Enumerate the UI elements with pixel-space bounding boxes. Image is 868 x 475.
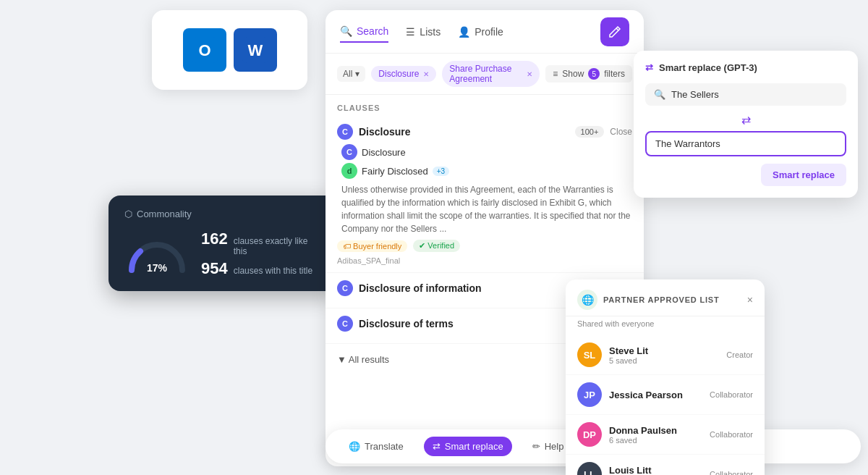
svg-text:W: W: [247, 41, 263, 59]
compose-button[interactable]: [600, 17, 629, 46]
filter-count-badge: 5: [588, 68, 600, 80]
disclosure-filter-tag[interactable]: Disclosure ✕: [371, 66, 436, 82]
edit-icon: ✏: [532, 441, 540, 452]
clause-c-badge-2: C: [337, 280, 353, 296]
plus-count-badge: +3: [433, 167, 449, 176]
avatar-donna: DP: [577, 422, 602, 447]
partner-item-steve: SL Steve Lit 5 saved Creator: [566, 335, 765, 375]
partner-item-jessica: JP Jessica Pearson Collaborator: [566, 375, 765, 415]
verified-tag: ✔ Verified: [413, 240, 460, 252]
partner-role-donna: Collaborator: [710, 430, 753, 439]
remove-disclosure-tag[interactable]: ✕: [423, 70, 429, 78]
partner-saved-donna: 6 saved: [609, 436, 702, 445]
smart-replace-action-icon: ⇄: [433, 441, 441, 452]
partner-name-donna: Donna Paulsen: [609, 425, 702, 436]
smart-replace-replace-input[interactable]: [655, 138, 836, 149]
tab-profile[interactable]: 👤 Profile: [458, 22, 503, 42]
tab-lists[interactable]: ☰ Lists: [406, 22, 441, 42]
partner-name-steve: Steve Lit: [609, 345, 719, 356]
tab-search[interactable]: 🔍 Search: [340, 21, 388, 43]
commonality-title: ⬡ Commonality: [124, 209, 323, 219]
search-icon: 🔍: [340, 25, 352, 37]
gauge-percentage: 17%: [147, 262, 167, 274]
smart-replace-action-button[interactable]: ⇄ Smart replace: [424, 437, 512, 456]
lists-icon: ☰: [406, 26, 415, 38]
partner-approved-list-panel: 🌐 PARTNER APPROVED LIST × Shared with ev…: [566, 279, 765, 475]
gauge-chart: 17%: [124, 234, 190, 274]
partner-item-louis: LL Louis Litt 2 saved Collaborator: [566, 455, 765, 475]
office-icons-card: O W: [152, 10, 307, 90]
chevron-down-icon: ▾: [355, 69, 359, 79]
smart-replace-panel: ⇄ Smart replace (GPT-3) 🔍 ⇄ Smart replac…: [634, 51, 858, 198]
sub-clause-fairly-disclosed: d Fairly Disclosed +3: [341, 163, 632, 179]
smart-replace-search-group: 🔍: [645, 83, 846, 106]
partner-subtitle: Shared with everyone: [566, 316, 765, 335]
panel-header: 🔍 Search ☰ Lists 👤 Profile: [326, 10, 644, 54]
clause-text: Unless otherwise provided in this Agreem…: [337, 183, 632, 235]
clause-c-badge-3: C: [337, 316, 353, 332]
translate-icon: 🌐: [349, 441, 360, 452]
spa-filter-tag[interactable]: Share Purchase Agreement ✕: [442, 61, 540, 87]
smart-replace-search-input[interactable]: [671, 89, 838, 100]
swap-icon: ⇄: [645, 113, 846, 127]
partner-name-louis: Louis Litt: [609, 465, 702, 476]
avatar-steve: SL: [577, 342, 602, 367]
clause-close-button[interactable]: Close: [610, 127, 632, 137]
avatar-jessica: JP: [577, 382, 602, 407]
partner-role-louis: Collaborator: [710, 470, 753, 475]
smart-replace-replace-wrapper: [645, 131, 846, 156]
sub-clause-d-badge: d: [341, 163, 357, 179]
buyer-friendly-tag: 🏷 Buyer friendly: [337, 240, 407, 252]
partner-item-donna: DP Donna Paulsen 6 saved Collaborator: [566, 415, 765, 455]
partner-role-steve: Creator: [726, 350, 753, 359]
profile-icon: 👤: [458, 26, 470, 38]
sub-clause-c-badge: C: [341, 144, 357, 160]
clause-file: Adibas_SPA_final: [337, 256, 632, 265]
clauses-section-label: CLAUSES: [326, 95, 644, 117]
partner-saved-steve: 5 saved: [609, 356, 719, 365]
partner-role-jessica: Collaborator: [710, 390, 753, 399]
partner-header: 🌐 PARTNER APPROVED LIST ×: [566, 279, 765, 316]
smart-replace-header: ⇄ Smart replace (GPT-3): [645, 62, 846, 73]
partner-list: SL Steve Lit 5 saved Creator JP Jessica …: [566, 335, 765, 475]
partner-close-button[interactable]: ×: [747, 294, 753, 306]
commonality-stats: 162 clauses exactly like this 954 clause…: [201, 230, 323, 278]
smart-replace-icon: ⇄: [645, 62, 653, 73]
search-icon-sr: 🔍: [654, 89, 665, 100]
commonality-card: ⬡ Commonality 17% 162 clauses exactly li…: [109, 196, 339, 291]
clause-c-badge: C: [337, 124, 353, 140]
avatar-louis: LL: [577, 462, 602, 475]
svg-text:O: O: [198, 41, 210, 59]
globe-icon: 🌐: [577, 290, 597, 310]
translate-button[interactable]: 🌐 Translate: [340, 437, 412, 456]
partner-title: PARTNER APPROVED LIST: [603, 295, 741, 304]
show-filters-button[interactable]: ≡ Show 5 filters: [545, 65, 632, 83]
word-icon: W: [234, 28, 277, 72]
remove-spa-tag[interactable]: ✕: [527, 70, 532, 78]
filter-lines-icon: ≡: [553, 69, 558, 79]
smart-replace-button[interactable]: Smart replace: [761, 164, 846, 186]
sub-clause-disclosure: C Disclosure: [341, 144, 632, 160]
clause-tags: 🏷 Buyer friendly ✔ Verified: [337, 240, 632, 252]
filters-row: All ▾ Disclosure ✕ Share Purchase Agreem…: [326, 54, 644, 95]
all-filter-dropdown[interactable]: All ▾: [337, 66, 365, 82]
smart-replace-replace-group: [645, 131, 846, 156]
partner-name-jessica: Jessica Pearson: [609, 390, 702, 400]
outlook-icon: O: [183, 28, 226, 72]
clause-count-badge: 100+: [575, 126, 605, 138]
smart-replace-search-wrapper: 🔍: [645, 83, 846, 106]
clause-disclosure: C Disclosure 100+ Close C Disclosure d F…: [326, 117, 644, 273]
